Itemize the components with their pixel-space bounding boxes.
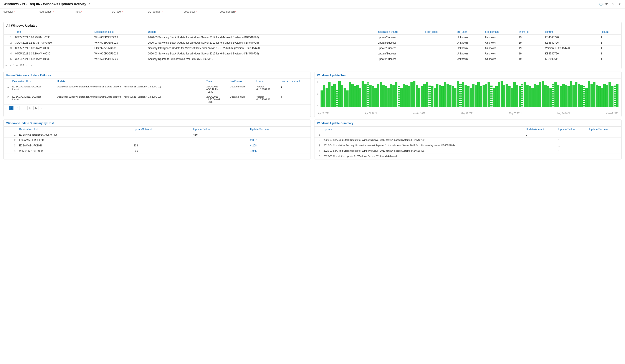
row-failure: 416 (191, 132, 249, 138)
us-col-update[interactable]: Update (322, 127, 524, 132)
filter-dest-user-input[interactable] (184, 13, 216, 17)
rf-page-1[interactable]: 1 (9, 106, 14, 110)
filter-src-domain-input[interactable] (148, 13, 180, 17)
pagination-last[interactable]: » (29, 63, 33, 67)
sh-col-failure[interactable]: Update/Failure (191, 127, 249, 132)
page-title: Windows - PCI Req 06 - Windows Updates A… (3, 2, 91, 6)
rf-page-5[interactable]: 5 (33, 106, 38, 110)
row-kbnum: Version 1.323.1544.0 (543, 46, 599, 51)
filter-dest-domain-input[interactable] (220, 13, 252, 17)
recent-failures-pagination: ‹ 1 2 3 4 5 › (4, 105, 311, 112)
rf-col-update[interactable]: Update (55, 79, 205, 84)
rf-col-time[interactable]: Time (205, 79, 228, 84)
col-count[interactable]: _count (599, 29, 621, 35)
rf-col-dest[interactable]: Destination Host (11, 79, 55, 84)
us-col-success[interactable]: Update/Success (588, 127, 622, 132)
col-kbnum[interactable]: kbnum (543, 29, 599, 35)
row-kbnum: KB2992611 (543, 56, 599, 62)
table-row: 1 2 (314, 132, 621, 138)
col-src-domain[interactable]: src_domain (483, 29, 517, 35)
refresh-button[interactable]: ⟳ (611, 2, 615, 6)
chart-bar (495, 86, 498, 107)
chart-bar (323, 85, 325, 107)
chart-bar (395, 82, 397, 107)
table-row: 2 2020-03 Servicing Stack Update for Win… (314, 138, 621, 143)
chart-bar (614, 85, 616, 107)
us-col-attempt[interactable]: Update/Attempt (524, 127, 557, 132)
filter-sourcehost-input[interactable] (39, 13, 72, 17)
pagination-first[interactable]: « (4, 63, 8, 67)
col-dest-host[interactable]: Destination Host (93, 29, 146, 35)
col-install-status[interactable]: Installation Status (376, 29, 423, 35)
chart-bar (598, 86, 601, 107)
filter-collector: collector * (3, 10, 36, 17)
update-summary-title: Windows Update Summary (317, 121, 353, 125)
row-time: 30/04/2021 12:53:35 PM +0530 (13, 40, 93, 46)
row-count: 1 (599, 46, 621, 51)
row-num: 4 (4, 51, 13, 56)
rf-pagination-next[interactable]: › (40, 106, 43, 110)
sh-col-success[interactable]: Update/Success (249, 127, 311, 132)
row-time: 03/05/2021 6:09:29 PM +0530 (13, 35, 93, 40)
chart-bar (601, 88, 603, 107)
rf-col-kbnum[interactable]: kbnum (255, 79, 279, 84)
col-update[interactable]: Update (146, 29, 376, 35)
rf-col-status[interactable]: LastStatus (228, 79, 255, 84)
all-windows-updates-table-container[interactable]: Time Destination Host Update Installatio… (4, 29, 621, 62)
row-dest-host: EC2AMAZ-J7K308I (93, 46, 146, 51)
row-num: 3 (4, 46, 13, 51)
chart-bar (400, 88, 403, 107)
chart-bar (429, 85, 431, 107)
row-failure: 1 (557, 143, 588, 148)
external-link-icon[interactable]: ↗ (88, 2, 91, 6)
row-update: Update for Windows Defender Antivirus an… (55, 94, 205, 105)
chart-bars (320, 81, 619, 107)
col-event-id[interactable]: event_id (517, 29, 543, 35)
table-row: 1 EC2AMAZ-ER1EF1C.test.fformat Update fo… (4, 84, 311, 94)
rf-page-4[interactable]: 4 (27, 106, 32, 110)
row-failure (191, 143, 249, 148)
filter-dest-user-label: dest_user * (184, 10, 216, 13)
row-success (249, 132, 311, 138)
clock-icon: 🕐 (599, 3, 603, 6)
rf-page-2[interactable]: 2 (15, 106, 20, 110)
row-event-id: 19 (517, 51, 543, 56)
header: Windows - PCI Req 06 - Windows Updates A… (0, 0, 625, 8)
filter-collector-input[interactable] (3, 13, 36, 17)
rf-page-3[interactable]: 3 (21, 106, 26, 110)
pagination-prev[interactable]: ‹ (9, 63, 12, 67)
filter-button[interactable]: ▼ (618, 2, 622, 6)
time-range[interactable]: 🕐 -7D (599, 3, 608, 6)
pagination-next[interactable]: › (25, 63, 28, 67)
chart-bar (562, 84, 565, 107)
row-error-code (423, 56, 455, 62)
rf-col-matched[interactable]: _some_matched (279, 79, 311, 84)
row-count: 1 (599, 56, 621, 62)
us-col-failure[interactable]: Update/Failure (557, 127, 588, 132)
filter-dest-domain: dest_domain * (220, 10, 252, 17)
row-src-user: Unknown (455, 51, 484, 56)
filter-src-user-input[interactable] (112, 13, 144, 17)
sh-col-attempt[interactable]: Update/Attempt (132, 127, 191, 132)
chart-bar (493, 88, 495, 107)
table-row: 2 EC2AMAZ-ER3EF3C 2,037 (4, 138, 311, 143)
sh-col-dest[interactable]: Destination Host (17, 127, 132, 132)
filter-host-input[interactable] (76, 13, 108, 17)
chart-bar (578, 84, 580, 107)
rf-pagination-prev[interactable]: ‹ (4, 106, 7, 110)
col-src-user[interactable]: src_user (455, 29, 484, 35)
col-time[interactable]: Time (13, 29, 93, 35)
chart-bar (552, 84, 554, 107)
row-attempt (132, 138, 191, 143)
row-update: 2020-09 Cumulative Update for Windows Se… (322, 154, 524, 159)
row-src-domain: Unknown (483, 56, 517, 62)
col-error-code[interactable]: error_code (423, 29, 455, 35)
row-success (588, 138, 622, 143)
chart-bar (611, 86, 614, 107)
row-kbnum: Version4.18.2001.10 (255, 94, 279, 105)
all-windows-updates-panel: All Windows Updates Time Destination Hos… (3, 22, 622, 69)
row-update: 2020-03 Servicing Stack Update for Windo… (146, 35, 376, 40)
chart-bar (454, 88, 457, 107)
row-status: Update/Success (376, 35, 423, 40)
row-num: 3 (314, 143, 322, 148)
